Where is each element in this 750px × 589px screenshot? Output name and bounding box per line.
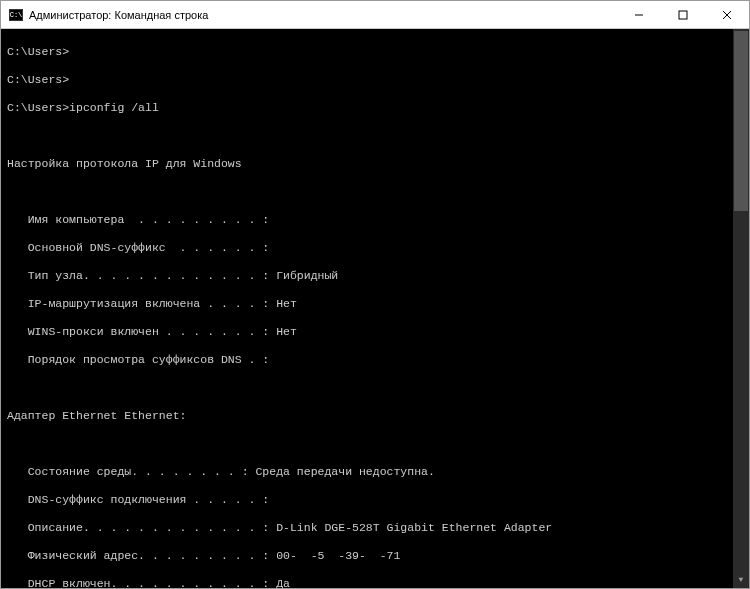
section-header: Адаптер Ethernet Ethernet: [7, 409, 743, 423]
section-header: Настройка протокола IP для Windows [7, 157, 743, 171]
window-controls [617, 1, 749, 28]
cmd-icon: C:\ [9, 9, 23, 21]
output-line: IP-маршрутизация включена . . . . : Нет [7, 297, 743, 311]
output-line: Порядок просмотра суффиксов DNS . : [7, 353, 743, 367]
output-line: DHCP включен. . . . . . . . . . . : Да [7, 577, 743, 588]
title-bar: C:\ Администратор: Командная строка [1, 1, 749, 29]
scrollbar[interactable]: ▲ ▼ [733, 29, 749, 588]
output-line: Тип узла. . . . . . . . . . . . . : Гибр… [7, 269, 743, 283]
close-button[interactable] [705, 1, 749, 28]
minimize-button[interactable] [617, 1, 661, 28]
cmd-window: C:\ Администратор: Командная строка C:\U… [0, 0, 750, 589]
scroll-thumb[interactable] [734, 31, 748, 211]
prompt-line: C:\Users> [7, 45, 743, 59]
output-line: Состояние среды. . . . . . . . : Среда п… [7, 465, 743, 479]
svg-rect-1 [679, 11, 687, 19]
maximize-button[interactable] [661, 1, 705, 28]
output-line: Физический адрес. . . . . . . . . : 00- … [7, 549, 743, 563]
output-line: Описание. . . . . . . . . . . . . : D-Li… [7, 521, 743, 535]
prompt-line: C:\Users> [7, 73, 743, 87]
output-line: Имя компьютера . . . . . . . . . : [7, 213, 743, 227]
terminal-area[interactable]: C:\Users> C:\Users> C:\Users>ipconfig /a… [1, 29, 749, 588]
scroll-down-icon[interactable]: ▼ [733, 572, 749, 588]
output-line: DNS-суффикс подключения . . . . . : [7, 493, 743, 507]
output-line: WINS-прокси включен . . . . . . . : Нет [7, 325, 743, 339]
prompt-line: C:\Users>ipconfig /all [7, 101, 743, 115]
window-title: Администратор: Командная строка [29, 9, 617, 21]
output-line: Основной DNS-суффикс . . . . . . : [7, 241, 743, 255]
